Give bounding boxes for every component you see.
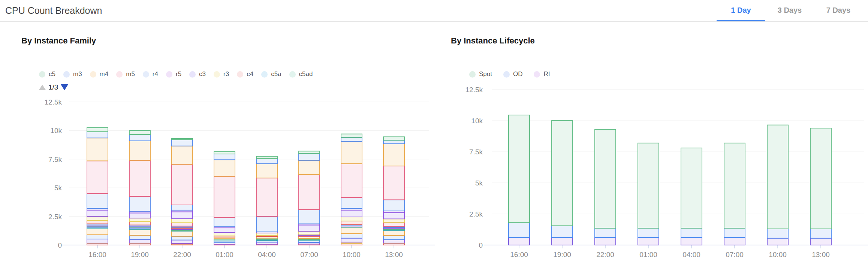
tab-3-days[interactable]: 3 Days — [765, 0, 814, 21]
bar-segment-green[interactable] — [172, 139, 193, 140]
bar-segment-blue[interactable] — [129, 196, 150, 211]
bar-segment-OD[interactable] — [638, 228, 659, 238]
bar-segment-OD[interactable] — [681, 228, 702, 238]
bar-segment-rose[interactable] — [383, 166, 404, 200]
bar-segment-blue[interactable] — [383, 140, 404, 143]
bar-segment-rose[interactable] — [172, 164, 193, 205]
bar-segment-violet[interactable] — [383, 240, 404, 243]
bar-segment-amber[interactable] — [341, 141, 362, 164]
bar-segment-Spot[interactable] — [638, 143, 659, 228]
bar-segment-yellow[interactable] — [87, 217, 108, 221]
bar-segment-violet[interactable] — [383, 213, 404, 219]
bar-segment-violet[interactable] — [341, 210, 362, 217]
bar-segment-amber[interactable] — [383, 230, 404, 236]
bar-segment-blue[interactable] — [341, 197, 362, 208]
bar-segment-blue[interactable] — [256, 217, 277, 232]
bar-segment-blue[interactable] — [299, 154, 320, 160]
bar-segment-RI[interactable] — [724, 238, 745, 245]
bar-segment-red[interactable] — [341, 221, 362, 225]
bar-segment-Spot[interactable] — [552, 121, 573, 226]
bar-segment-rose[interactable] — [256, 178, 277, 216]
bar-segment-amber[interactable] — [172, 146, 193, 164]
legend-page-down-icon[interactable] — [61, 84, 68, 90]
bar-segment-blue[interactable] — [129, 235, 150, 239]
bar-segment-yellow[interactable] — [341, 217, 362, 221]
bar-segment-OD[interactable] — [509, 223, 530, 238]
bar-segment-yellow[interactable] — [129, 218, 150, 221]
bar-segment-blue[interactable] — [299, 209, 320, 224]
bar-segment-amber[interactable] — [172, 231, 193, 236]
bar-segment-violet[interactable] — [129, 239, 150, 243]
bar-segment-OD[interactable] — [810, 229, 831, 238]
bar-segment-violet[interactable] — [172, 212, 193, 218]
bar-segment-amber[interactable] — [87, 229, 108, 235]
bar-segment-violet[interactable] — [299, 225, 320, 232]
bar-segment-Spot[interactable] — [767, 125, 788, 229]
bar-segment-amber[interactable] — [256, 164, 277, 178]
bar-segment-OD[interactable] — [724, 228, 745, 238]
bar-segment-violet[interactable] — [172, 240, 193, 244]
legend-item-spot[interactable]: Spot — [469, 70, 492, 78]
legend-item-m5[interactable]: m5 — [116, 70, 135, 78]
bar-segment-blue[interactable] — [341, 137, 362, 142]
bar-segment-yellow[interactable] — [256, 233, 277, 235]
bar-segment-RI[interactable] — [681, 238, 702, 245]
bar-segment-blue[interactable] — [214, 154, 235, 160]
bar-segment-green[interactable] — [87, 128, 108, 132]
bar-segment-amber[interactable] — [383, 144, 404, 166]
bar-segment-green[interactable] — [256, 156, 277, 158]
bar-segment-RI[interactable] — [595, 238, 616, 245]
tab-7-days[interactable]: 7 Days — [814, 0, 863, 21]
bar-segment-RI[interactable] — [638, 238, 659, 245]
legend-item-od[interactable]: OD — [503, 70, 523, 78]
bar-segment-blue[interactable] — [87, 132, 108, 138]
bar-segment-green[interactable] — [383, 137, 404, 140]
bar-segment-Spot[interactable] — [595, 129, 616, 228]
bar-segment-yellow[interactable] — [214, 232, 235, 236]
bar-segment-violet[interactable] — [341, 238, 362, 242]
bar-segment-green[interactable] — [299, 151, 320, 153]
bar-segment-RI[interactable] — [810, 238, 831, 245]
bar-segment-blue[interactable] — [87, 235, 108, 239]
bar-segment-amber[interactable] — [129, 141, 150, 160]
bar-segment-rose[interactable] — [172, 223, 193, 226]
bar-segment-blue[interactable] — [129, 134, 150, 141]
bar-segment-green[interactable] — [129, 130, 150, 134]
bar-segment-rose[interactable] — [341, 164, 362, 197]
bar-segment-violet[interactable] — [87, 239, 108, 243]
bar-segment-OD[interactable] — [595, 228, 616, 238]
bar-segment-yellow[interactable] — [383, 219, 404, 222]
bar-segment-blue[interactable] — [256, 158, 277, 164]
legend-item-c5[interactable]: c5 — [39, 70, 55, 78]
bar-segment-OD[interactable] — [552, 226, 573, 238]
legend-item-c5ad[interactable]: c5ad — [289, 70, 313, 78]
tab-1-day[interactable]: 1 Day — [717, 0, 765, 21]
bar-segment-blue[interactable] — [214, 218, 235, 227]
bar-segment-yellow[interactable] — [299, 231, 320, 234]
bar-segment-rose[interactable] — [214, 176, 235, 218]
bar-segment-violet[interactable] — [87, 210, 108, 217]
bar-segment-amber[interactable] — [299, 160, 320, 175]
bar-segment-amber[interactable] — [214, 160, 235, 176]
bar-segment-rose[interactable] — [129, 160, 150, 196]
bar-segment-red[interactable] — [87, 220, 108, 224]
legend-item-m3[interactable]: m3 — [63, 70, 82, 78]
legend-item-r3[interactable]: r3 — [214, 70, 229, 78]
bar-segment-green[interactable] — [214, 152, 235, 154]
bar-segment-blue[interactable] — [172, 140, 193, 146]
bar-segment-blue[interactable] — [172, 205, 193, 210]
bar-segment-Spot[interactable] — [681, 148, 702, 228]
bar-segment-rose[interactable] — [87, 161, 108, 193]
legend-item-r4[interactable]: r4 — [143, 70, 158, 78]
bar-segment-violet[interactable] — [129, 213, 150, 218]
bar-segment-blue[interactable] — [87, 193, 108, 208]
legend-item-ri[interactable]: RI — [534, 70, 550, 78]
bar-segment-blue[interactable] — [172, 236, 193, 240]
bar-segment-blue[interactable] — [383, 200, 404, 211]
bar-segment-violet[interactable] — [214, 228, 235, 232]
bar-segment-rose[interactable] — [299, 175, 320, 209]
bar-segment-red[interactable] — [129, 221, 150, 225]
bar-segment-Spot[interactable] — [724, 143, 745, 228]
legend-page-up-icon[interactable] — [39, 85, 46, 90]
bar-segment-amber[interactable] — [129, 230, 150, 235]
